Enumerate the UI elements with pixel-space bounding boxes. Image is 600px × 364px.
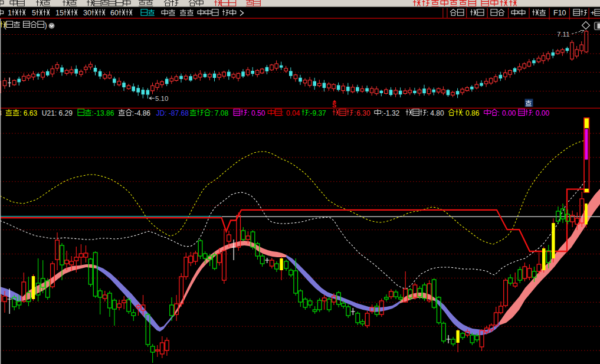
svg-text:F10: F10 bbox=[553, 9, 566, 17]
svg-text::: : bbox=[19, 109, 21, 117]
svg-text:): ) bbox=[45, 21, 47, 29]
svg-text:5: 5 bbox=[32, 9, 36, 17]
svg-text::: : bbox=[354, 109, 356, 117]
svg-text:0.50: 0.50 bbox=[251, 109, 265, 117]
svg-text:30: 30 bbox=[83, 9, 91, 17]
svg-text:6.30: 6.30 bbox=[356, 109, 371, 117]
svg-text:-9.37: -9.37 bbox=[310, 109, 326, 117]
svg-text::: : bbox=[281, 109, 283, 117]
svg-text:-13.86: -13.86 bbox=[94, 109, 114, 117]
svg-text::: : bbox=[132, 109, 134, 117]
svg-text:-4.86: -4.86 bbox=[135, 109, 151, 117]
svg-text::: : bbox=[91, 109, 93, 117]
svg-text::: : bbox=[532, 109, 533, 117]
svg-text::: : bbox=[461, 109, 463, 117]
svg-text:0.86: 0.86 bbox=[465, 109, 480, 117]
svg-text:1: 1 bbox=[8, 9, 12, 17]
svg-text:15: 15 bbox=[55, 9, 64, 17]
svg-text:0.00: 0.00 bbox=[502, 109, 516, 117]
svg-text:U21: 6.29: U21: 6.29 bbox=[42, 109, 73, 117]
svg-text:JD: -87.68: JD: -87.68 bbox=[156, 109, 189, 117]
svg-text::: : bbox=[211, 109, 213, 117]
svg-text:60: 60 bbox=[110, 9, 119, 17]
svg-text::: : bbox=[427, 109, 428, 117]
svg-text::: : bbox=[247, 109, 249, 117]
svg-text:4.80: 4.80 bbox=[430, 109, 444, 117]
svg-text:+: + bbox=[591, 9, 595, 17]
svg-text:0.04: 0.04 bbox=[286, 109, 300, 117]
svg-text:5.10: 5.10 bbox=[155, 95, 168, 102]
svg-text:0.00: 0.00 bbox=[536, 109, 550, 117]
svg-text:S: S bbox=[332, 101, 336, 109]
svg-text::: : bbox=[497, 109, 499, 117]
svg-text:6.63: 6.63 bbox=[24, 109, 38, 117]
svg-text:-1.32: -1.32 bbox=[383, 109, 400, 117]
svg-text:7.11: 7.11 bbox=[557, 31, 570, 38]
svg-text:7.08: 7.08 bbox=[215, 109, 229, 117]
